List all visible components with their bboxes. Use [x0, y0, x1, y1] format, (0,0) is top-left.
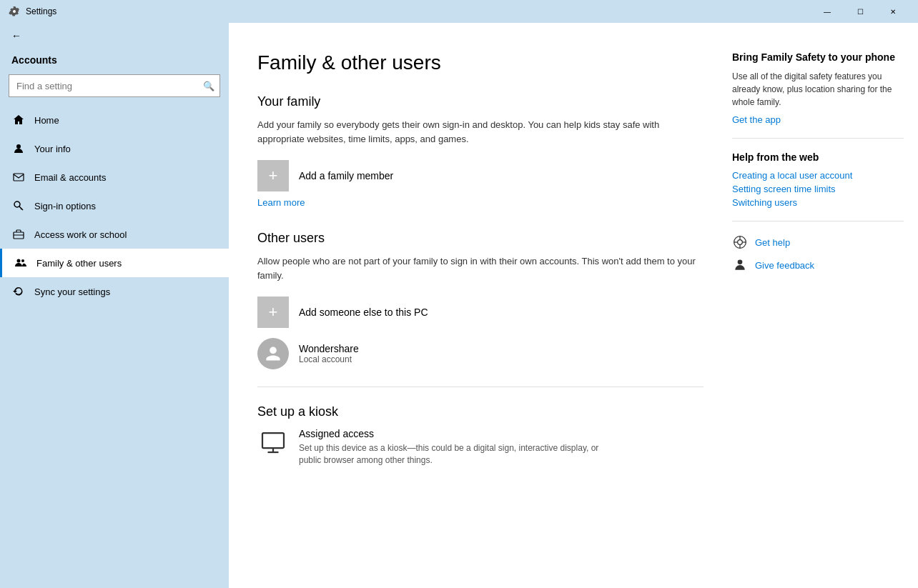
svg-point-6 [17, 259, 21, 263]
kiosk-description: Set up this device as a kiosk—this could… [299, 442, 599, 467]
maximize-button[interactable]: ☐ [844, 0, 877, 23]
sync-icon [11, 284, 26, 299]
add-other-user-button[interactable]: + Add someone else to this PC [257, 297, 428, 328]
svg-point-1 [16, 144, 21, 149]
svg-point-3 [14, 201, 20, 207]
add-family-icon: + [257, 160, 289, 191]
add-other-label: Add someone else to this PC [299, 307, 428, 318]
titlebar-title: Settings [26, 6, 811, 16]
family-icon [14, 256, 28, 270]
add-family-label: Add a family member [299, 170, 393, 181]
key-icon [11, 199, 26, 213]
svg-rect-8 [262, 433, 284, 448]
divider [257, 387, 704, 387]
give-feedback-icon [732, 257, 748, 273]
sidebar-search: 🔍 [9, 74, 220, 97]
sidebar-home-label: Home [34, 115, 59, 126]
person-icon [11, 141, 26, 156]
give-feedback-action[interactable]: Give feedback [732, 257, 904, 273]
titlebar-controls: — ☐ ✕ [811, 0, 909, 23]
page-title: Family & other users [257, 51, 704, 74]
help-link-1[interactable]: Setting screen time limits [732, 184, 904, 194]
learn-more-link[interactable]: Learn more [257, 197, 704, 208]
content-area: Family & other users Your family Add you… [257, 51, 732, 559]
sidebar-item-sync-settings[interactable]: Sync your settings [0, 277, 229, 306]
sidebar-item-access-work[interactable]: Access work or school [0, 220, 229, 249]
help-link-0[interactable]: Creating a local user account [732, 170, 904, 181]
settings-icon [9, 6, 20, 17]
search-icon: 🔍 [203, 81, 214, 91]
get-help-action[interactable]: Get help [732, 234, 904, 250]
briefcase-icon [11, 227, 26, 241]
sidebar-item-email-accounts[interactable]: Email & accounts [0, 163, 229, 191]
get-help-label: Get help [755, 237, 790, 248]
right-divider-1 [732, 138, 904, 139]
user-info: Wondershare Local account [299, 343, 359, 364]
help-link-2[interactable]: Switching users [732, 197, 904, 208]
home-icon [11, 113, 26, 127]
kiosk-icon [257, 428, 289, 459]
app-container: ← Accounts 🔍 Home Your info Email & acco [0, 23, 918, 588]
promo-desc: Use all of the digital safety features y… [732, 70, 904, 109]
user-sub: Local account [299, 354, 359, 364]
other-users-description: Allow people who are not part of your fa… [257, 254, 704, 282]
user-avatar [257, 338, 289, 369]
your-family-section-title: Your family [257, 94, 704, 109]
svg-point-0 [13, 10, 16, 13]
sidebar-email-label: Email & accounts [34, 172, 106, 183]
kiosk-title: Assigned access [299, 428, 599, 439]
svg-point-12 [738, 240, 743, 245]
sidebar-item-family-users[interactable]: Family & other users [0, 249, 229, 277]
add-family-member-button[interactable]: + Add a family member [257, 160, 393, 191]
get-app-link[interactable]: Get the app [732, 114, 904, 125]
add-other-icon: + [257, 297, 289, 328]
sidebar-sync-label: Sync your settings [34, 286, 110, 297]
sidebar-sign-in-label: Sign-in options [34, 201, 96, 211]
sidebar-section-label: Accounts [0, 49, 229, 74]
titlebar: Settings — ☐ ✕ [0, 0, 918, 23]
back-arrow-icon: ← [11, 30, 21, 41]
svg-point-7 [21, 259, 24, 262]
sidebar-your-info-label: Your info [34, 144, 71, 154]
svg-rect-2 [14, 174, 24, 181]
sidebar-family-label: Family & other users [36, 258, 122, 269]
get-help-icon [732, 234, 748, 250]
kiosk-item: Assigned access Set up this device as a … [257, 428, 704, 467]
user-name: Wondershare [299, 343, 359, 354]
sidebar-item-sign-in-options[interactable]: Sign-in options [0, 191, 229, 220]
sidebar: ← Accounts 🔍 Home Your info Email & acco [0, 23, 229, 588]
right-panel: Bring Family Safety to your phone Use al… [732, 51, 918, 559]
close-button[interactable]: ✕ [877, 0, 909, 23]
search-input[interactable] [9, 74, 220, 97]
user-wondershare[interactable]: Wondershare Local account [257, 338, 704, 369]
sidebar-item-home[interactable]: Home [0, 106, 229, 134]
minimize-button[interactable]: — [811, 0, 844, 23]
help-title: Help from the web [732, 151, 904, 163]
promo-title: Bring Family Safety to your phone [732, 51, 904, 63]
svg-point-17 [738, 260, 743, 265]
back-button[interactable]: ← [0, 23, 229, 49]
sidebar-item-your-info[interactable]: Your info [0, 134, 229, 163]
kiosk-info: Assigned access Set up this device as a … [299, 428, 599, 467]
sidebar-access-work-label: Access work or school [34, 229, 127, 240]
other-users-section-title: Other users [257, 231, 704, 246]
main-content: Family & other users Your family Add you… [229, 23, 918, 588]
right-divider-2 [732, 221, 904, 221]
your-family-description: Add your family so everybody gets their … [257, 118, 704, 146]
email-icon [11, 170, 26, 184]
give-feedback-label: Give feedback [755, 260, 814, 271]
kiosk-section-title: Set up a kiosk [257, 404, 704, 419]
